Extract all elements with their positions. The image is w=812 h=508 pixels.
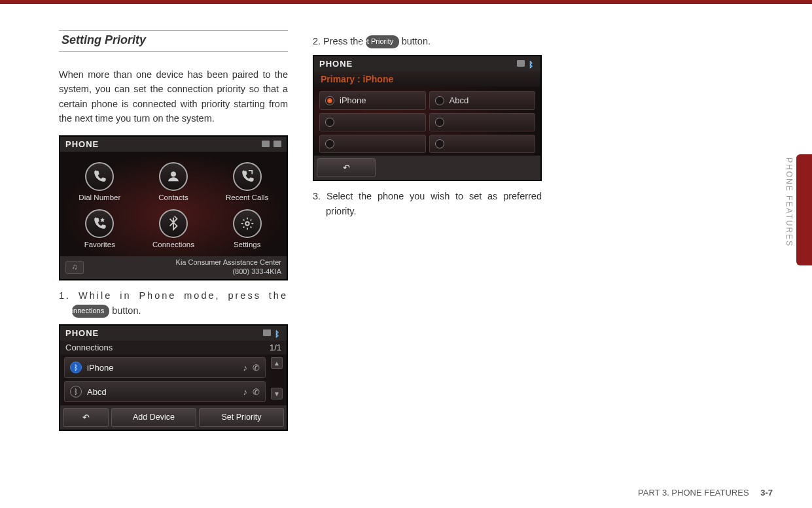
favorites-icon bbox=[85, 209, 114, 238]
step-3: 3. Select the phone you wish to set as p… bbox=[313, 189, 542, 218]
recent-calls-icon bbox=[233, 162, 262, 191]
phone-icon: ✆ bbox=[253, 387, 260, 397]
row-status-icons: ♪ ✆ bbox=[243, 387, 260, 397]
scroll-down-icon: ▼ bbox=[271, 388, 283, 399]
side-section-label: PHONE FEATURES bbox=[785, 158, 794, 247]
phone-icon bbox=[85, 162, 114, 191]
back-button: ↶ bbox=[63, 408, 109, 427]
screenshot-title: PHONE bbox=[319, 59, 353, 69]
priority-option bbox=[429, 113, 536, 131]
section-title: Setting Priority bbox=[59, 30, 288, 52]
primary-prefix: Primary : bbox=[321, 74, 361, 84]
step-2: 2. Press the Set Priority button. bbox=[313, 34, 542, 48]
screenshot-title: PHONE bbox=[65, 328, 99, 338]
step-2-text-b: button. bbox=[399, 36, 431, 46]
tile-label: Dial Number bbox=[64, 194, 135, 201]
bluetooth-icon: ᛒ bbox=[70, 386, 82, 398]
row-status-icons: ♪ ✆ bbox=[243, 363, 260, 373]
priority-option: iPhone bbox=[319, 91, 426, 110]
bluetooth-icon: ᛒ bbox=[70, 362, 82, 373]
page-footer: PART 3. PHONE FEATURES 3-7 bbox=[638, 488, 773, 498]
tile-label: Connections bbox=[138, 241, 209, 248]
music-icon: ♪ bbox=[243, 363, 248, 373]
connections-list: ᛒ iPhone ♪ ✆ ᛒ Abcd bbox=[60, 354, 270, 402]
battery-icon bbox=[274, 141, 281, 147]
tile-settings: Settings bbox=[210, 205, 284, 252]
add-device-button: Add Device bbox=[111, 408, 196, 427]
contacts-icon bbox=[159, 162, 188, 191]
screenshot-connections: PHONE ᛒ Connections 1/1 ᛒ bbox=[59, 324, 288, 431]
svg-point-0 bbox=[171, 172, 175, 177]
status-icons: ᛒ bbox=[517, 60, 535, 68]
priority-grid: iPhone Abcd bbox=[314, 87, 540, 156]
radio-icon bbox=[435, 139, 444, 148]
tile-connections: Connections bbox=[137, 205, 211, 252]
priority-option bbox=[319, 113, 426, 131]
tile-label: Contacts bbox=[138, 194, 209, 201]
status-icons bbox=[262, 141, 281, 147]
music-icon: ♪ bbox=[243, 387, 248, 397]
radio-icon bbox=[435, 118, 444, 127]
priority-option bbox=[319, 135, 426, 153]
tile-recent-calls: Recent Calls bbox=[210, 158, 284, 205]
status-icons: ᛒ bbox=[263, 330, 281, 337]
radio-icon bbox=[435, 96, 444, 105]
scrollbar: ▲ ▼ bbox=[271, 354, 283, 402]
tile-dial-number: Dial Number bbox=[63, 158, 137, 205]
footer-part: PART 3. PHONE FEATURES bbox=[638, 488, 749, 498]
assist-line1: Kia Consumer Assistance Center bbox=[176, 258, 281, 266]
radio-icon bbox=[325, 118, 334, 127]
phone-menu-grid: Dial Number Contacts Recent Calls Favori… bbox=[60, 152, 287, 256]
radio-icon bbox=[325, 139, 334, 148]
bluetooth-icon bbox=[159, 209, 188, 238]
screenshot-titlebar: PHONE ᛒ bbox=[60, 326, 287, 341]
set-priority-button: Set Priority bbox=[199, 408, 284, 427]
priority-option bbox=[429, 135, 536, 153]
screenshot-set-priority: PHONE ᛒ Primary : iPhone iPhone bbox=[313, 55, 542, 181]
subheader-label: Connections bbox=[65, 343, 113, 352]
screenshot-titlebar: PHONE bbox=[60, 137, 287, 152]
step-1-text-a: 1. While in Phone mode, press the bbox=[59, 290, 288, 301]
back-icon: ↶ bbox=[82, 413, 90, 422]
content-columns: Setting Priority When more than one devi… bbox=[59, 30, 773, 433]
page-indicator: 1/1 bbox=[270, 343, 281, 352]
bluetooth-status-icon: ᛒ bbox=[275, 330, 281, 337]
set-priority-button-label: Set Priority bbox=[366, 35, 398, 48]
screenshot-titlebar: PHONE ᛒ bbox=[314, 56, 540, 71]
connections-subheader: Connections 1/1 bbox=[60, 341, 287, 354]
connections-button-row: ↶ Add Device Set Priority bbox=[60, 405, 287, 430]
tile-label: Recent Calls bbox=[211, 194, 283, 201]
column-1: Setting Priority When more than one devi… bbox=[59, 30, 288, 433]
footer-page-number: 3-7 bbox=[760, 488, 773, 498]
connection-row: ᛒ iPhone ♪ ✆ bbox=[64, 357, 266, 378]
phone-icon: ✆ bbox=[253, 363, 260, 373]
tile-label: Favorites bbox=[64, 241, 135, 248]
priority-footer: ↶ bbox=[314, 156, 540, 180]
option-label: Abcd bbox=[450, 95, 469, 105]
tile-contacts: Contacts bbox=[137, 158, 211, 205]
signal-icon bbox=[517, 60, 525, 67]
assistance-bar: ♫ Kia Consumer Assistance Center (800) 3… bbox=[60, 256, 287, 280]
device-name: Abcd bbox=[87, 387, 107, 397]
back-icon: ↶ bbox=[343, 163, 350, 173]
scroll-up-icon: ▲ bbox=[271, 357, 283, 369]
manual-page: Setting Priority When more than one devi… bbox=[0, 4, 812, 508]
connection-row: ᛒ Abcd ♪ ✆ bbox=[64, 381, 266, 402]
signal-icon bbox=[263, 330, 271, 336]
intro-paragraph: When more than one device has been paire… bbox=[59, 67, 288, 126]
screenshot-title: PHONE bbox=[65, 139, 99, 149]
assist-line2: (800) 333-4KIA bbox=[232, 267, 281, 275]
radio-icon bbox=[325, 96, 334, 105]
step-1: 1. While in Phone mode, press the Connec… bbox=[59, 288, 288, 318]
primary-device-name: iPhone bbox=[363, 74, 394, 84]
settings-icon bbox=[233, 209, 262, 238]
music-icon: ♫ bbox=[65, 261, 84, 274]
column-2: 2. Press the Set Priority button. PHONE … bbox=[313, 30, 542, 433]
side-tab-marker bbox=[796, 154, 812, 265]
screenshot-phone-menu: PHONE Dial Number Contacts bbox=[59, 135, 288, 281]
bluetooth-status-icon: ᛒ bbox=[529, 60, 535, 68]
step-1-text-b: button. bbox=[109, 305, 141, 316]
signal-icon bbox=[262, 141, 270, 147]
device-name: iPhone bbox=[87, 363, 113, 373]
priority-option: Abcd bbox=[429, 91, 536, 110]
